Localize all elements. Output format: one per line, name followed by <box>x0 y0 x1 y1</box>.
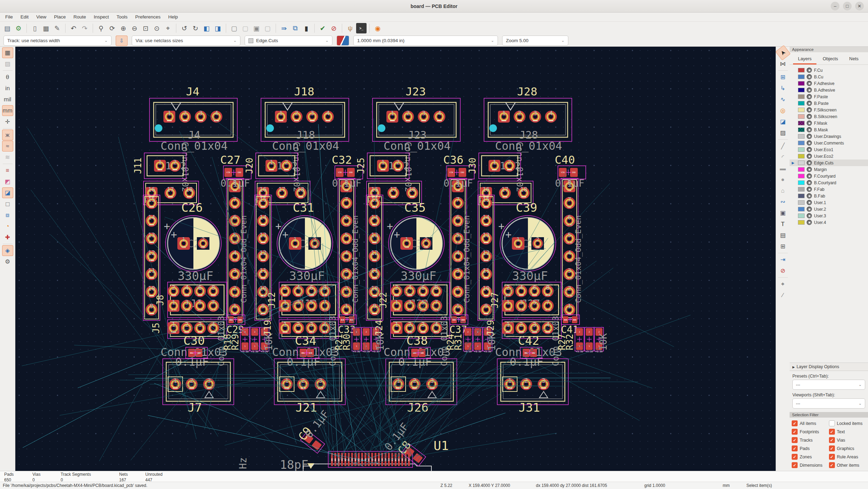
layer-row-user-eco2[interactable]: User.Eco2 <box>790 153 868 160</box>
filter-graphics[interactable]: ✓Graphics <box>829 445 866 451</box>
add-table-tool[interactable]: ⊞ <box>777 241 789 252</box>
menu-file[interactable]: File <box>1 13 17 21</box>
layer-row-b-mask[interactable]: B.Mask <box>790 126 868 133</box>
zoom-out-button[interactable]: ⊖ <box>129 23 140 33</box>
menu-route[interactable]: Route <box>70 13 90 21</box>
presets-select[interactable]: --- ⌄ <box>792 380 865 390</box>
undo-button[interactable]: ↶ <box>68 23 79 33</box>
layer-color-swatch[interactable] <box>798 207 805 211</box>
layer-row-user-3[interactable]: User.3 <box>790 212 868 219</box>
layer-color-swatch[interactable] <box>798 134 805 139</box>
draw-rectangle-tool[interactable]: ▬ <box>777 163 789 174</box>
zoom-objects-button[interactable]: ⊙ <box>152 23 162 33</box>
select-tool[interactable]: ➤ <box>775 45 790 60</box>
visibility-eye-icon[interactable] <box>807 127 812 132</box>
draw-polygon-tool[interactable]: ⌂ <box>777 185 789 196</box>
filter-dimensions[interactable]: ✓Dimensions <box>792 462 829 468</box>
add-image-tool[interactable]: ▣ <box>777 208 789 218</box>
layer-row-b-adhesive[interactable]: B.Adhesive <box>790 87 868 93</box>
draw-line-tool[interactable]: ╱ <box>777 141 789 152</box>
layer-color-swatch[interactable] <box>798 81 805 86</box>
layer-color-swatch[interactable] <box>798 174 805 178</box>
visibility-eye-icon[interactable] <box>807 94 812 99</box>
delete-tool[interactable]: ⊘ <box>777 265 789 276</box>
filter-pads[interactable]: ✓Pads <box>792 445 829 451</box>
layer-color-swatch[interactable] <box>798 121 805 125</box>
layer-color-swatch[interactable] <box>798 88 805 92</box>
polar-coords-toggle[interactable]: θ <box>2 72 13 83</box>
layer-color-swatch[interactable] <box>798 108 805 112</box>
special-tools-button[interactable]: ⊘ <box>329 23 339 33</box>
add-footprint-tool[interactable]: ⊞ <box>777 72 789 83</box>
visibility-eye-icon[interactable] <box>807 193 812 199</box>
layer-color-swatch[interactable] <box>798 147 805 152</box>
visibility-eye-icon[interactable] <box>807 220 812 225</box>
menu-place[interactable]: Place <box>50 13 70 21</box>
layer-row-f-paste[interactable]: F.Paste <box>790 93 868 100</box>
visibility-eye-icon[interactable] <box>807 140 812 146</box>
checkbox-unchecked[interactable] <box>829 420 835 426</box>
ratsnest-toggle[interactable]: ж <box>2 130 13 140</box>
menu-tools[interactable]: Tools <box>113 13 131 21</box>
measure-tool[interactable]: ∕ <box>777 290 789 301</box>
scripting-console-button[interactable]: >_ <box>356 23 367 33</box>
group-button[interactable]: ▢ <box>229 23 239 33</box>
layer-row-margin[interactable]: Margin <box>790 166 868 173</box>
layer-row-user-4[interactable]: User.4 <box>790 219 868 226</box>
tune-length-tool[interactable]: ∿ <box>777 94 789 105</box>
save-button[interactable]: ▤ <box>2 23 13 33</box>
grid-dots-toggle[interactable]: ▦ <box>2 47 13 58</box>
visibility-eye-icon[interactable] <box>807 167 812 172</box>
menu-edit[interactable]: Edit <box>17 13 32 21</box>
layer-row-b-cu[interactable]: B.Cu <box>790 73 868 80</box>
draw-circle-tool[interactable]: ● <box>777 174 789 185</box>
search-button[interactable]: ⚲ <box>96 23 106 33</box>
ungroup-button[interactable]: ▢ <box>240 23 251 33</box>
filter-zones[interactable]: ✓Zones <box>792 454 829 460</box>
schematic-parity-button[interactable]: ⧉ <box>290 23 300 33</box>
zone-outline-toggle[interactable]: ◻ <box>2 199 13 209</box>
layer-color-swatch[interactable] <box>798 127 805 132</box>
visibility-eye-icon[interactable] <box>807 160 812 165</box>
layer-row-user-eco1[interactable]: User.Eco1 <box>790 146 868 153</box>
add-via-tool[interactable]: ◎ <box>777 105 789 116</box>
layer-row-user-1[interactable]: User.1 <box>790 199 868 206</box>
layer-row-user-drawings[interactable]: User.Drawings <box>790 133 868 140</box>
checkbox-checked[interactable]: ✓ <box>792 462 798 468</box>
print-button[interactable]: ▦ <box>41 23 51 33</box>
visibility-eye-icon[interactable] <box>807 200 812 205</box>
filter-footprints[interactable]: ✓Footprints <box>792 429 829 435</box>
checkbox-checked[interactable]: ✓ <box>792 420 798 426</box>
layer-color-swatch[interactable] <box>798 75 805 79</box>
board-setup-button[interactable]: ⚙ <box>13 23 24 33</box>
page-settings-button[interactable]: ▯ <box>30 23 40 33</box>
menu-help[interactable]: Help <box>164 13 182 21</box>
layer-row-f-silkscreen[interactable]: F.Silkscreen <box>790 107 868 113</box>
checkbox-checked[interactable]: ✓ <box>829 437 835 443</box>
highlight-net-tool[interactable]: ⋈ <box>777 59 789 69</box>
tab-objects[interactable]: Objects <box>818 54 843 64</box>
layer-row-b-silkscreen[interactable]: B.Silkscreen <box>790 113 868 120</box>
add-rule-area-tool[interactable]: ▨ <box>777 127 789 138</box>
checkbox-checked[interactable]: ✓ <box>792 437 798 443</box>
menu-view[interactable]: View <box>32 13 50 21</box>
add-dimension-tool[interactable]: ⇥ <box>777 254 789 265</box>
visibility-eye-icon[interactable] <box>807 74 812 79</box>
units-mm-toggle[interactable]: mm <box>2 105 13 116</box>
layer-row-f-cu[interactable]: F.Cu <box>790 67 868 73</box>
layer-color-swatch[interactable] <box>798 154 805 158</box>
lock-button[interactable]: ▣ <box>251 23 262 33</box>
checkbox-checked[interactable]: ✓ <box>829 454 835 460</box>
visibility-eye-icon[interactable] <box>807 207 812 212</box>
visibility-eye-icon[interactable] <box>807 114 812 119</box>
layer-color-swatch[interactable] <box>798 94 805 99</box>
layer-row-edge-cuts[interactable]: ▶Edge.Cuts <box>790 160 868 166</box>
checkbox-checked[interactable]: ✓ <box>829 445 835 451</box>
drc-button[interactable]: ✔ <box>317 23 328 33</box>
pcb-canvas[interactable]: J41234J4Conn_01x04Conn_01x021212J1116171… <box>15 47 776 471</box>
via-sketch-toggle[interactable]: ✚ <box>2 232 13 243</box>
footprint-sketch-toggle[interactable]: ⧈ <box>2 210 13 220</box>
layer-row-f-fab[interactable]: F.Fab <box>790 186 868 193</box>
layer-display-options[interactable]: ▶Layer Display Options <box>790 363 868 371</box>
filter-tracks[interactable]: ✓Tracks <box>792 437 829 443</box>
